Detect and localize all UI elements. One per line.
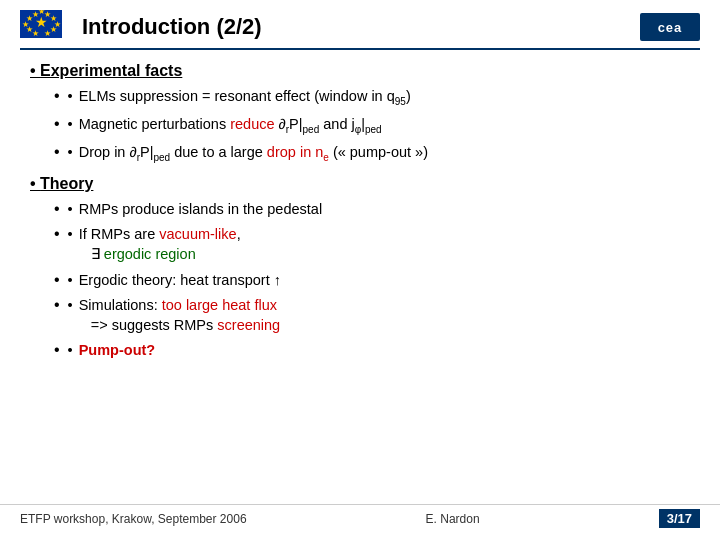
svg-text:★: ★ <box>54 20 61 29</box>
list-item: • Simulations: too large heat flux => su… <box>54 295 690 336</box>
cea-logo: cea <box>640 13 700 41</box>
bullet-text: Drop in ∂rP|ped due to a large drop in n… <box>79 142 428 165</box>
list-item: • Drop in ∂rP|ped due to a large drop in… <box>54 142 690 165</box>
list-item: • Ergodic theory: heat transport ↑ <box>54 270 690 290</box>
section-experimental: • Experimental facts • ELMs suppression … <box>30 62 690 165</box>
bullet-text: Simulations: too large heat flux => sugg… <box>79 295 281 336</box>
svg-text:★: ★ <box>32 29 39 38</box>
slide-footer: ETFP workshop, Krakow, September 2006 E.… <box>0 504 720 532</box>
eu-flag-icon: ★ ★ ★ ★ ★ ★ ★ ★ ★ ★ ★ ★ <box>20 10 62 38</box>
eu-logo-area: ★ ★ ★ ★ ★ ★ ★ ★ ★ ★ ★ ★ <box>20 10 70 44</box>
section-theory-title: • Theory <box>30 175 690 193</box>
svg-text:★: ★ <box>38 10 45 16</box>
slide-content: • Experimental facts • ELMs suppression … <box>20 62 700 361</box>
slide-container: ★ ★ ★ ★ ★ ★ ★ ★ ★ ★ ★ ★ Introduction (2/… <box>0 0 720 540</box>
svg-text:★: ★ <box>22 20 29 29</box>
svg-text:★: ★ <box>44 10 51 19</box>
list-item: • Magnetic perturbations reduce ∂rP|ped … <box>54 114 690 137</box>
bullet-text: Pump-out? <box>79 340 156 360</box>
experimental-list: • ELMs suppression = resonant effect (wi… <box>30 86 690 165</box>
bullet-text: ELMs suppression = resonant effect (wind… <box>79 86 411 109</box>
list-item: • Pump-out? <box>54 340 690 360</box>
bullet-text: Ergodic theory: heat transport ↑ <box>79 270 281 290</box>
footer-workshop: ETFP workshop, Krakow, September 2006 <box>20 512 247 526</box>
svg-text:★: ★ <box>44 29 51 38</box>
theory-list: • RMPs produce islands in the pedestal •… <box>30 199 690 361</box>
footer-page: 3/17 <box>659 509 700 528</box>
section-theory: • Theory • RMPs produce islands in the p… <box>30 175 690 361</box>
bullet-text: RMPs produce islands in the pedestal <box>79 199 322 219</box>
bullet-text: Magnetic perturbations reduce ∂rP|ped an… <box>79 114 382 137</box>
list-item: • If RMPs are vacuum-like, ∃ ergodic reg… <box>54 224 690 265</box>
bullet-text: If RMPs are vacuum-like, ∃ ergodic regio… <box>79 224 241 265</box>
footer-author: E. Nardon <box>426 512 480 526</box>
slide-header: ★ ★ ★ ★ ★ ★ ★ ★ ★ ★ ★ ★ Introduction (2/… <box>20 10 700 50</box>
section-experimental-title: • Experimental facts <box>30 62 690 80</box>
slide-title: Introduction (2/2) <box>82 14 262 40</box>
list-item: • ELMs suppression = resonant effect (wi… <box>54 86 690 109</box>
list-item: • RMPs produce islands in the pedestal <box>54 199 690 219</box>
